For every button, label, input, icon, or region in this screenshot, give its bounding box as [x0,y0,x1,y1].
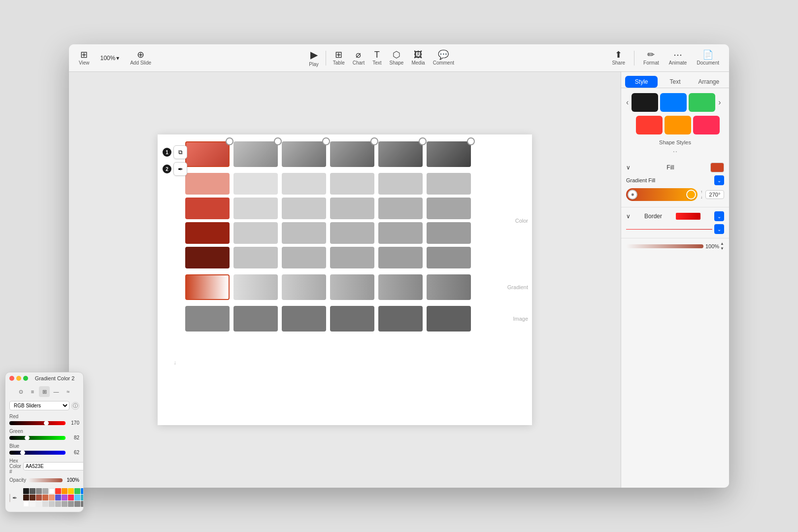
chart-button[interactable]: ⌀ Chart [349,48,368,67]
swatch-gray-d5 [427,222,471,244]
swatch-gray-m1 [233,198,278,219]
image-section: Image [185,306,524,332]
style-swatch-pink[interactable] [693,116,720,134]
zoom-selector[interactable]: 100% ▾ [98,53,123,64]
angle-up-arrow[interactable]: ↑ [700,190,702,194]
paste-tool[interactable]: ⧉ [173,145,187,159]
document-label: Document [697,60,719,66]
blue-slider-row: Blue 62 [69,442,83,457]
tab-arrange[interactable]: Arrange [693,76,725,88]
add-slide-icon: ⊕ [137,50,144,59]
opacity-value-wrapper: 100% ▲ ▼ [705,241,724,251]
text-button[interactable]: T Text [368,48,385,67]
red-label: Red [69,414,79,419]
share-button[interactable]: ⬆ Share [608,48,629,67]
color-section: Color [185,173,524,268]
swatch-gray-m2 [282,198,326,219]
border-collapse[interactable]: ∨ [626,213,631,220]
swatch-gray-d1 [233,222,278,244]
swatch-gray-vd5 [427,247,471,268]
border-style-row: ⌄ [626,224,724,234]
border-chevron[interactable]: ⌄ [714,211,724,221]
rgb-mode-select[interactable]: RGB Sliders [69,401,69,410]
green-value: 82 [69,435,79,440]
swatch-next[interactable]: › [717,97,722,108]
swatch-gray-l2 [282,173,326,195]
tab-style[interactable]: Style [625,76,658,88]
angle-down-arrow[interactable]: ↓ [700,195,702,200]
swatch-gray-vd4 [378,247,423,268]
gradient-section-label: Gradient [507,284,528,290]
gradient-row [185,274,524,300]
tool-row-1: 1 ⧉ [163,145,187,159]
fill-label: Fill [666,164,674,171]
swatch-gray5[interactable] [427,141,471,167]
document-button[interactable]: 📄 Document [693,48,723,67]
view-button[interactable]: ⊞ View [75,48,94,67]
angle-value[interactable]: 270° [705,190,724,199]
shape-styles-label: Shape Styles [625,139,725,145]
add-slide-button[interactable]: ⊕ Add Slide [126,48,155,67]
swatch-gray-d3 [330,222,374,244]
comment-label: Comment [433,60,454,66]
play-button[interactable]: ▶ Play [305,47,322,69]
fill-collapse[interactable]: ∨ [626,164,631,171]
swatch-gray-vd2 [282,247,326,268]
gradient-handle-right[interactable] [686,190,696,200]
swatch-gray3[interactable] [330,141,374,167]
color-row-dark [185,222,524,244]
format-button[interactable]: ✏ Format [639,48,663,67]
style-swatch-green[interactable] [689,93,715,112]
toolbar: ⊞ View 100% ▾ ⊕ Add Slide ▶ Play ⊞ Table [69,44,729,72]
border-color-preview[interactable] [676,213,700,220]
share-label: Share [612,60,625,66]
swatch-gray1[interactable] [233,141,278,167]
main-area: 1 ⧉ 2 ✒ ↓ [69,72,729,488]
swatch-gray2[interactable] [282,141,326,167]
chart-icon: ⌀ [356,50,361,59]
zoom-value: 100% [100,55,116,62]
style-swatch-red[interactable] [636,116,663,134]
animate-button[interactable]: ⋯ Animate [665,48,691,67]
mode-pencils[interactable]: ≈ [69,386,73,397]
media-button[interactable]: 🖼 Media [407,48,429,67]
blue-slider-container: 62 [69,450,79,455]
border-section: ∨ Border ⌄ ⌄ [621,207,729,238]
animate-icon: ⋯ [673,50,682,59]
rgb-info-btn[interactable]: ⓘ [71,402,79,410]
swatch-gray4[interactable] [378,141,423,167]
opacity-step-down[interactable]: ▼ [720,246,724,251]
fill-color-swatch[interactable] [710,163,724,172]
style-swatch-blue[interactable] [660,93,687,112]
table-button[interactable]: ⊞ Table [329,48,349,67]
opacity-step-up[interactable]: ▲ [720,241,724,246]
swatch-red-selected[interactable] [185,141,230,167]
green-slider-row: Green 82 [69,427,83,442]
tab-text[interactable]: Text [659,76,691,88]
opacity-slider[interactable] [626,244,703,248]
swatch-gradient-selected[interactable] [185,274,230,300]
shape-button[interactable]: ⬡ Shape [386,48,408,67]
media-icon: 🖼 [414,50,423,59]
gradient-fill-chevron[interactable]: ⌄ [714,175,724,185]
style-swatches-area: ‹ › Shape Styles • • [621,88,729,159]
style-swatch-black[interactable] [632,93,658,112]
popup-opacity-row: Opacity 100% [69,476,83,484]
blue-label: Blue [69,443,79,449]
comment-button[interactable]: 💬 Comment [429,48,458,67]
fill-header: ∨ Fill [626,163,724,172]
gradient-handle-left[interactable]: ✱ [628,190,637,200]
swatch-gray-m5 [427,198,471,219]
color-rows [185,173,524,268]
hex-input[interactable] [69,462,84,470]
swatch-gray-m3 [330,198,374,219]
gradient-bar[interactable]: ✱ [626,188,698,201]
swatch-gray-vd1 [233,247,278,268]
opacity-stepper[interactable]: ▲ ▼ [720,241,724,251]
eyedropper-tool[interactable]: ✒ [173,162,187,176]
style-swatch-orange[interactable] [665,116,691,134]
border-style-chevron[interactable]: ⌄ [714,224,724,234]
add-slide-label: Add Slide [130,60,151,66]
view-label: View [79,60,90,66]
swatch-prev[interactable]: ‹ [625,97,630,108]
